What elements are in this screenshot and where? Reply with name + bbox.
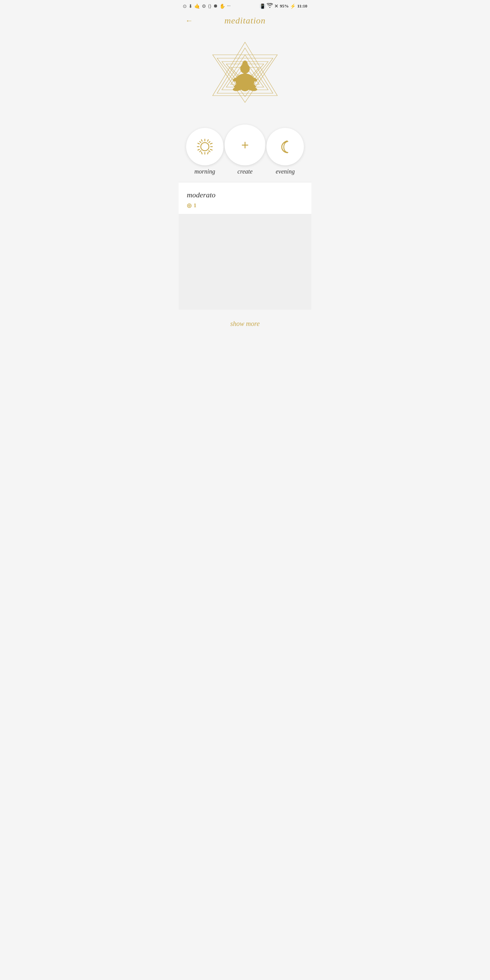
plus-icon: + — [241, 138, 249, 151]
signal-off-icon: ✕ — [274, 3, 278, 9]
svg-line-28 — [200, 151, 201, 152]
evening-label: evening — [275, 168, 295, 175]
svg-line-32 — [210, 150, 212, 150]
svg-line-36 — [202, 152, 202, 154]
usb-icon: ⚙ — [202, 3, 206, 9]
evening-button[interactable] — [266, 128, 304, 165]
moon-icon — [275, 137, 295, 157]
status-info-right: 📳 ✕ 95% ⚡ 11:10 — [259, 3, 307, 9]
empty-content-area — [179, 215, 311, 310]
more-dots-icon: ··· — [227, 3, 231, 9]
target-icon: ◎ — [187, 202, 192, 208]
svg-line-29 — [202, 140, 202, 142]
time-display: 11:10 — [297, 3, 307, 9]
morning-action: morning — [186, 128, 224, 175]
record-icon: ⏺ — [213, 3, 218, 9]
sun-icon — [195, 137, 215, 157]
create-action: + create — [224, 124, 266, 175]
svg-line-30 — [208, 152, 208, 154]
vibrate-icon: 📳 — [259, 3, 266, 9]
hero-image-area — [179, 29, 311, 121]
buddha-yantra-illustration — [208, 36, 282, 111]
svg-line-35 — [208, 140, 208, 142]
moderato-count: 1 — [194, 202, 196, 208]
morning-label: morning — [194, 168, 215, 175]
svg-point-19 — [242, 88, 248, 91]
show-more-button[interactable]: show more — [231, 320, 259, 328]
svg-line-31 — [198, 143, 199, 144]
svg-line-34 — [210, 143, 212, 144]
circle-status-icon: ⊙ — [183, 3, 187, 9]
create-label: create — [237, 168, 253, 175]
svg-line-26 — [208, 151, 210, 152]
download-icon: ⬇ — [189, 3, 192, 9]
hand2-icon: ✋ — [220, 3, 225, 9]
moderato-card: moderato ◎ 1 — [179, 182, 311, 215]
status-bar: ⊙ ⬇ 🤙 ⚙ ⟨⟩ ⏺ ✋ ··· 📳 ✕ 95% ⚡ 11:10 — [179, 0, 311, 12]
code-icon: ⟨⟩ — [208, 3, 211, 9]
back-button[interactable]: ← — [185, 16, 193, 25]
status-icons-left: ⊙ ⬇ 🤙 ⚙ ⟨⟩ ⏺ ✋ ··· — [183, 3, 231, 9]
app-header: ← meditation — [179, 12, 311, 29]
svg-line-25 — [200, 142, 201, 143]
page-title: meditation — [224, 16, 266, 26]
battery-icon: ⚡ — [290, 3, 296, 9]
actions-row: morning + create evening — [179, 121, 311, 182]
svg-point-11 — [240, 64, 250, 73]
moderato-meta: ◎ 1 — [187, 202, 303, 208]
svg-point-20 — [201, 143, 209, 151]
create-button[interactable]: + — [224, 124, 266, 165]
battery-percent: 95% — [280, 3, 288, 9]
moderato-title: moderato — [187, 191, 303, 199]
hand-icon: 🤙 — [194, 3, 200, 9]
evening-action: evening — [266, 128, 304, 175]
svg-line-27 — [208, 142, 210, 143]
show-more-container: show more — [179, 310, 311, 338]
morning-button[interactable] — [186, 128, 224, 165]
svg-line-33 — [198, 150, 199, 150]
wifi-icon — [267, 3, 273, 9]
